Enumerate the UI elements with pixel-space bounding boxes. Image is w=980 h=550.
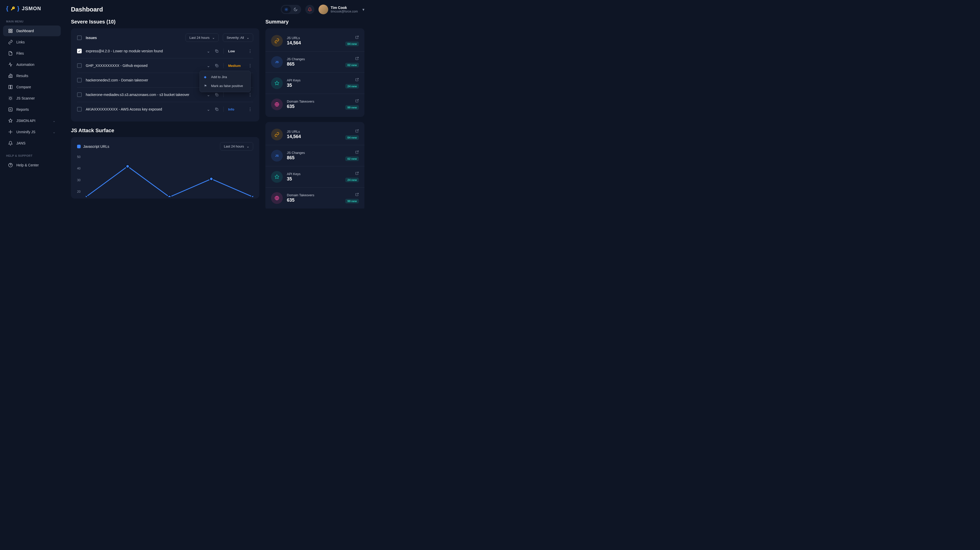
chart-time-filter[interactable]: Last 24 hours ⌄ bbox=[220, 142, 253, 151]
summary-group: JS URLs 14,564 04 new JS JS Changes 865 … bbox=[266, 122, 364, 208]
copy-icon[interactable] bbox=[215, 49, 219, 53]
y-tick: 30 bbox=[77, 178, 80, 182]
new-count-badge: 24 new bbox=[345, 84, 359, 89]
row-menu-button[interactable]: ⋮ bbox=[247, 107, 253, 112]
row-menu-button[interactable]: ⋮ bbox=[247, 63, 253, 68]
row-menu-button[interactable]: ⋮ bbox=[247, 49, 253, 54]
chevron-down-icon: ⌄ bbox=[247, 145, 249, 148]
results-icon bbox=[8, 73, 13, 78]
sidebar-item-label: Compare bbox=[16, 85, 31, 89]
new-count-badge: 99 new bbox=[345, 199, 359, 203]
summary-value: 635 bbox=[287, 197, 341, 203]
svg-point-19 bbox=[251, 195, 253, 197]
expand-icon[interactable]: ⌄ bbox=[207, 92, 210, 97]
summary-row: JS JS Changes 865 02 new bbox=[266, 145, 364, 166]
svg-rect-14 bbox=[216, 109, 218, 111]
external-link-icon[interactable] bbox=[355, 35, 359, 39]
summary-group: JS URLs 14,564 04 new JS JS Changes 865 … bbox=[266, 28, 364, 117]
new-count-badge: 02 new bbox=[345, 156, 359, 161]
new-count-badge: 99 new bbox=[345, 105, 359, 110]
logo-brace-icon: { bbox=[6, 5, 9, 12]
expand-icon bbox=[8, 130, 13, 134]
dark-mode-button[interactable] bbox=[291, 6, 300, 13]
expand-icon[interactable]: ⌄ bbox=[207, 107, 210, 112]
sidebar-item-js-scanner[interactable]: JS Scanner bbox=[3, 93, 61, 103]
issue-checkbox[interactable]: ✓ bbox=[77, 49, 82, 53]
summary-label: API Keys bbox=[287, 172, 341, 176]
svg-rect-5 bbox=[11, 85, 12, 89]
external-link-icon[interactable] bbox=[355, 57, 359, 60]
sidebar-item-files[interactable]: Files bbox=[3, 48, 61, 59]
copy-icon[interactable] bbox=[215, 107, 219, 111]
automation-icon bbox=[8, 62, 13, 67]
user-email: timcook@force.com bbox=[331, 10, 358, 13]
severity-filter-dropdown[interactable]: Severity: All ⌄ bbox=[223, 33, 253, 42]
copy-icon[interactable] bbox=[215, 64, 219, 68]
issue-checkbox[interactable] bbox=[77, 92, 82, 97]
light-mode-button[interactable] bbox=[282, 6, 291, 13]
sidebar-item-jsmon-api[interactable]: JSMON API ⌄ bbox=[3, 115, 61, 126]
sidebar-section-main: MAIN MENU bbox=[0, 18, 64, 25]
svg-rect-4 bbox=[9, 85, 10, 89]
external-link-icon[interactable] bbox=[355, 193, 359, 196]
summary-icon bbox=[271, 99, 283, 110]
svg-point-16 bbox=[126, 165, 129, 168]
summary-label: Domain Takeovers bbox=[287, 193, 341, 197]
sidebar-item-label: Links bbox=[16, 40, 25, 44]
issue-checkbox[interactable] bbox=[77, 107, 82, 111]
sidebar-item-automation[interactable]: Automation bbox=[3, 59, 61, 70]
notifications-button[interactable] bbox=[305, 5, 314, 14]
add-to-jira-action[interactable]: ◆Add to Jira bbox=[200, 73, 250, 81]
svg-point-18 bbox=[210, 177, 213, 180]
summary-label: API Keys bbox=[287, 78, 341, 82]
user-menu[interactable]: Tim Cook timcook@force.com ▾ bbox=[318, 5, 364, 14]
copy-icon[interactable] bbox=[215, 93, 219, 97]
chevron-down-icon: ▾ bbox=[363, 7, 364, 12]
time-filter-dropdown[interactable]: Last 24 hours ⌄ bbox=[186, 33, 219, 42]
sidebar-item-reports[interactable]: Reports bbox=[3, 104, 61, 115]
bug-icon bbox=[8, 96, 13, 100]
svg-rect-3 bbox=[11, 32, 12, 33]
sidebar-item-help[interactable]: Help & Center bbox=[3, 160, 61, 170]
issue-title: hackerone-mediadev.s3.s3.amazonaws.com -… bbox=[86, 93, 203, 97]
summary-value: 635 bbox=[287, 104, 341, 109]
theme-toggle[interactable] bbox=[281, 5, 301, 14]
bell-icon bbox=[8, 141, 13, 145]
legend-swatch bbox=[77, 145, 81, 148]
sidebar-item-dashboard[interactable]: Dashboard bbox=[3, 25, 61, 36]
issue-row: ✓ express@4.2.0 - Lower np module versio… bbox=[77, 44, 253, 58]
expand-icon[interactable]: ⌄ bbox=[207, 63, 210, 68]
sidebar-item-label: Reports bbox=[16, 107, 29, 111]
expand-icon[interactable]: ⌄ bbox=[207, 49, 210, 54]
issue-checkbox[interactable] bbox=[77, 63, 82, 68]
sidebar-item-results[interactable]: Results bbox=[3, 70, 61, 81]
sidebar-item-unminify[interactable]: Unminify JS ⌄ bbox=[3, 127, 61, 137]
external-link-icon[interactable] bbox=[355, 78, 359, 81]
logo[interactable]: {🔑} JSMON bbox=[0, 5, 64, 18]
external-link-icon[interactable] bbox=[355, 150, 359, 154]
external-link-icon[interactable] bbox=[355, 172, 359, 175]
sidebar-item-compare[interactable]: Compare bbox=[3, 82, 61, 92]
topbar: Dashboard Tim Cook timcook@force.com ▾ bbox=[64, 0, 372, 19]
attack-title: JS Attack Surface bbox=[71, 127, 259, 134]
mark-false-positive-action[interactable]: ⚑Mark as false positive bbox=[200, 81, 250, 91]
external-link-icon[interactable] bbox=[355, 129, 359, 133]
summary-value: 865 bbox=[287, 62, 341, 67]
issue-checkbox[interactable] bbox=[77, 78, 82, 83]
chart-legend: Javascript URLs bbox=[77, 145, 109, 149]
summary-row: Domain Takeovers 635 99 new bbox=[266, 94, 364, 115]
summary-row: JS URLs 14,564 04 new bbox=[266, 30, 364, 51]
summary-icon bbox=[271, 192, 283, 204]
issue-title: GHP_XXXXXXXXXX - Github exposed bbox=[86, 64, 203, 68]
svg-rect-11 bbox=[216, 65, 218, 67]
sidebar-item-links[interactable]: Links bbox=[3, 37, 61, 48]
attack-panel: Javascript URLs Last 24 hours ⌄ 50403020 bbox=[71, 137, 259, 199]
external-link-icon[interactable] bbox=[355, 99, 359, 103]
row-menu-button[interactable]: ⋮ bbox=[247, 92, 253, 97]
select-all-checkbox[interactable] bbox=[77, 35, 82, 40]
y-tick: 50 bbox=[77, 155, 80, 159]
sidebar-item-jans[interactable]: JANS bbox=[3, 138, 61, 149]
summary-value: 14,564 bbox=[287, 40, 341, 46]
new-count-badge: 02 new bbox=[345, 63, 359, 67]
sidebar-item-label: Automation bbox=[16, 62, 35, 67]
